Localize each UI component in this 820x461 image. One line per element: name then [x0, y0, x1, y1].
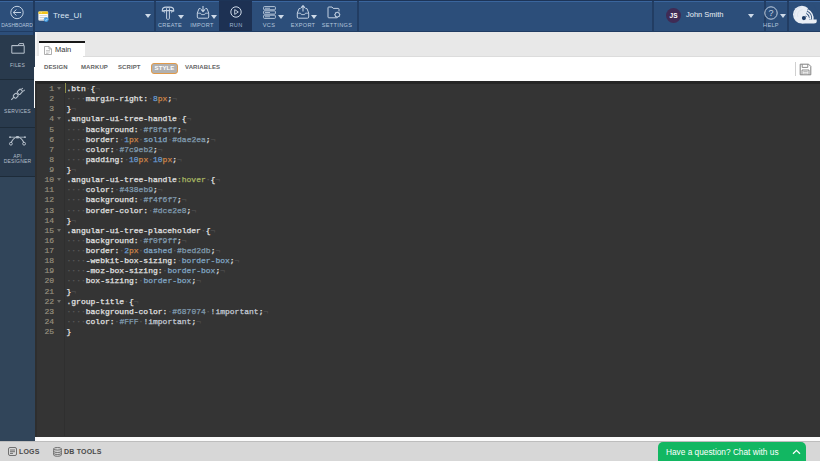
svg-text:?: ? — [768, 8, 773, 18]
